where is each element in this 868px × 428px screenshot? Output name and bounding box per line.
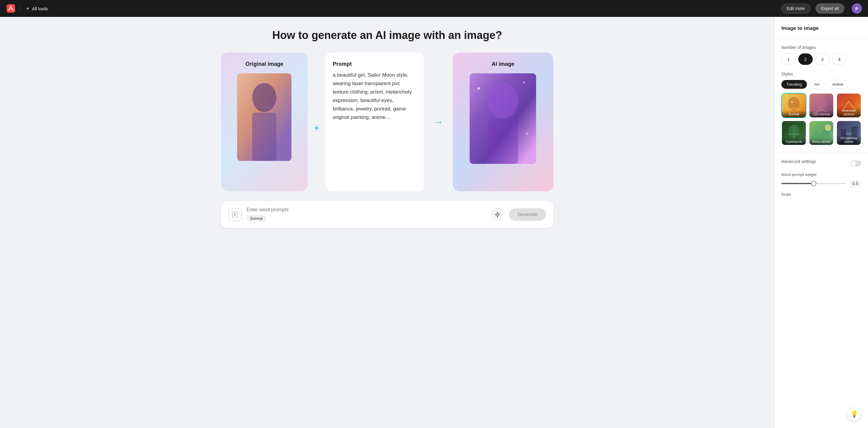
prompt-label: Prompt <box>333 61 352 67</box>
original-image-label: Original image <box>246 61 283 67</box>
svg-rect-6 <box>488 119 518 164</box>
svg-point-11 <box>499 212 500 213</box>
svg-point-7 <box>477 87 480 90</box>
prompt-input[interactable] <box>246 207 486 212</box>
advanced-settings-section: Advanced settings Word prompt weight 0.5… <box>781 159 861 199</box>
slider-track[interactable] <box>781 183 846 184</box>
style-cgi-label: CGI surreal <box>809 110 833 118</box>
slider-value: 0.5 <box>849 180 861 187</box>
generate-button[interactable]: Generate <box>509 208 546 221</box>
svg-point-24 <box>825 124 831 131</box>
panel-divider <box>775 38 868 38</box>
styles-label: Styles <box>781 71 861 76</box>
word-prompt-weight-label: Word prompt weight <box>781 172 861 177</box>
num-images-section: Number of images 1 2 3 4 <box>781 45 861 65</box>
upload-icon[interactable] <box>228 208 242 221</box>
sparkle-button[interactable] <box>491 208 504 221</box>
style-cyberpunk-label: Cyberpunk <box>782 138 806 145</box>
style-item-oil[interactable]: Oil painting anime <box>836 121 861 145</box>
svg-point-14 <box>791 101 793 103</box>
slider-fill <box>781 183 814 184</box>
logo[interactable] <box>6 4 16 13</box>
original-image <box>237 73 291 161</box>
style-item-surreal[interactable]: Surreal <box>781 93 806 118</box>
ai-image-card: AI image <box>453 53 553 191</box>
style-tab-trending[interactable]: Trending <box>781 80 807 89</box>
scale-section: Scale <box>781 192 861 197</box>
wand-icon: ✦ <box>26 6 30 11</box>
edit-more-button[interactable]: Edit more <box>781 3 811 13</box>
style-item-retro[interactable]: Retro anime <box>809 121 834 145</box>
panel-divider-2 <box>775 152 868 153</box>
advanced-settings-row: Advanced settings <box>781 159 861 167</box>
style-tab-anime[interactable]: Anime <box>827 80 848 89</box>
num-btn-1[interactable]: 1 <box>781 54 796 65</box>
lightbulb-button[interactable]: 💡 <box>847 407 861 421</box>
num-images-label: Number of images <box>781 45 861 50</box>
prompt-card: Prompt a beautiful girl, Sailor Moon sty… <box>326 53 424 191</box>
style-surreal-label: Surreal <box>782 110 806 118</box>
prompt-input-bar: Surreal Generate <box>221 201 553 228</box>
style-tabs: Trending Art Anime <box>781 80 861 89</box>
svg-point-13 <box>788 97 800 111</box>
style-item-cyberpunk[interactable]: Cyberpunk <box>781 121 806 145</box>
num-btn-4[interactable]: 4 <box>832 54 846 65</box>
num-btn-2[interactable]: 2 <box>798 54 813 65</box>
right-panel: Image to image Number of images 1 2 3 4 … <box>774 17 868 428</box>
content-area: How to generate an AI image with an imag… <box>0 17 774 428</box>
export-all-button[interactable]: Export all <box>815 3 844 13</box>
ai-figure <box>470 73 536 164</box>
style-grid: Surreal <box>781 93 861 145</box>
plus-connector: + <box>314 65 319 191</box>
original-figure <box>237 73 291 161</box>
ai-image <box>470 73 536 164</box>
page-title: How to generate an AI image with an imag… <box>272 29 502 42</box>
svg-point-2 <box>252 83 276 112</box>
panel-title: Image to image <box>781 25 861 31</box>
svg-point-5 <box>488 83 518 119</box>
all-tools-label: All tools <box>32 6 48 11</box>
diagram: Original image <box>221 53 553 191</box>
avatar[interactable]: P <box>852 3 862 13</box>
prompt-text: a beautiful girl, Sailor Moon style, wea… <box>333 71 416 122</box>
topnav: ✦ All tools Edit more Export all P <box>0 0 868 17</box>
prompt-tag-surreal[interactable]: Surreal <box>246 215 267 222</box>
style-item-cgi[interactable]: CGI surreal <box>809 93 834 118</box>
prompt-tags: Surreal <box>246 215 486 222</box>
style-retro-label: Retro anime <box>809 138 833 145</box>
nav-divider <box>21 5 21 12</box>
num-btn-3[interactable]: 3 <box>815 54 830 65</box>
main: How to generate an AI image with an imag… <box>0 17 868 428</box>
word-prompt-weight-section: Word prompt weight 0.5 <box>781 172 861 187</box>
prompt-input-content: Surreal <box>246 207 486 222</box>
slider-thumb[interactable] <box>811 181 816 186</box>
arrow-container: → <box>430 53 447 191</box>
svg-point-8 <box>523 81 525 83</box>
style-tab-art[interactable]: Art <box>809 80 825 89</box>
svg-point-9 <box>526 132 529 135</box>
scale-label: Scale <box>781 192 861 197</box>
style-item-american[interactable]: American cartoon <box>836 93 861 118</box>
svg-point-16 <box>816 97 827 109</box>
ai-image-label: AI image <box>492 61 514 67</box>
styles-section: Styles Trending Art Anime <box>781 71 861 145</box>
slider-row: 0.5 <box>781 180 861 187</box>
svg-rect-3 <box>252 112 276 161</box>
advanced-settings-label: Advanced settings <box>781 159 816 164</box>
style-oil-label: Oil painting anime <box>837 134 861 145</box>
original-image-card: Original image <box>221 53 308 191</box>
num-images-row: 1 2 3 4 <box>781 54 861 65</box>
advanced-settings-toggle[interactable] <box>850 160 861 166</box>
nav-title[interactable]: ✦ All tools <box>26 6 48 11</box>
plus-icon: + <box>314 123 319 134</box>
arrow-right-icon: → <box>433 116 444 128</box>
style-american-label: American cartoon <box>837 107 861 118</box>
